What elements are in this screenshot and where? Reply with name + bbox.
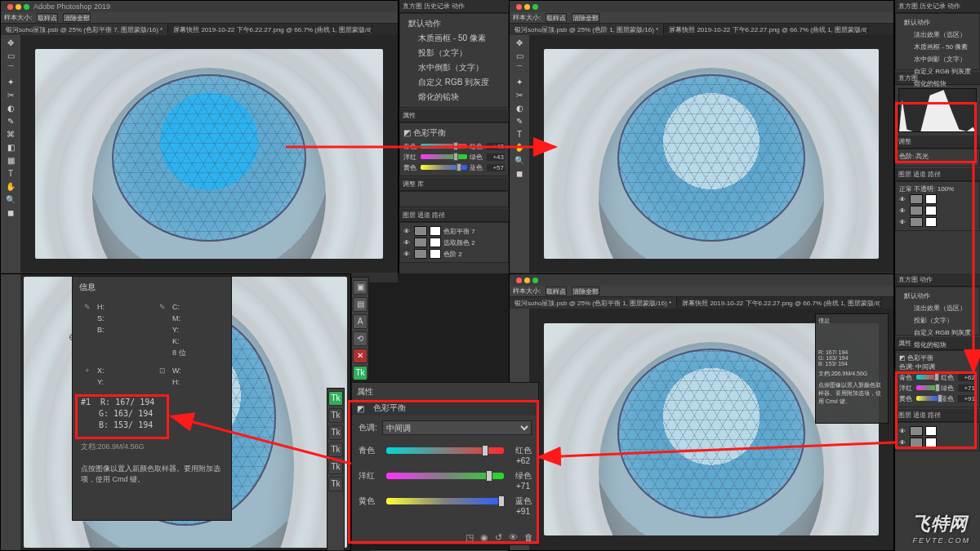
wand-tool[interactable]: ✦ xyxy=(3,76,18,88)
text-tool[interactable]: T xyxy=(3,167,18,180)
tool-palette xyxy=(1,274,20,550)
layers-hdr[interactable]: 图层 通道 路径 xyxy=(399,209,509,222)
sample-r: R: 167/ 194 xyxy=(100,398,154,407)
info-tip: 点按图像以置入新颜色取样器。要用附加选项，使用 Cmd 键。 xyxy=(76,455,228,492)
cb-type: 色彩平衡 xyxy=(373,402,406,414)
cb-val-1: +62 xyxy=(352,456,538,465)
ps-window-right: 样本大小:取样点清除全部 银河soho屋顶.psb @ 25% (色阶 1, 图… xyxy=(509,0,894,273)
tool-palette: ✥ ▭ ⌒ ✦ ✂ ◐ ✎ T ✋ 🔍 ◼ xyxy=(510,35,529,273)
adj-type: 色彩平衡 xyxy=(413,128,446,137)
layers-panel: 👁色彩平衡 7 👁选取颜色 2 👁色阶 2 xyxy=(399,222,509,263)
trash-icon[interactable]: 🗑 xyxy=(524,532,533,543)
properties-hdr[interactable]: 属性 xyxy=(399,109,509,122)
sample-b: B: 153/ 194 xyxy=(81,420,223,432)
action-set[interactable]: 默认动作 xyxy=(403,16,505,31)
app-title: Adobe Photoshop 2019 xyxy=(33,2,110,11)
action-item[interactable]: 木质画框 - 50 像素 xyxy=(403,31,505,46)
eyedropper-tool[interactable]: ◐ xyxy=(3,102,18,114)
opt-clear-all[interactable]: 清除全部 xyxy=(63,13,91,22)
properties-mini-br: ◩ 色彩平衡 色调: 中间调 青色红色+62 洋红绿色+71 黄色蓝色+91 xyxy=(895,350,980,407)
fgbg-swatch[interactable]: ◼ xyxy=(3,207,18,221)
reset-icon[interactable]: ↺ xyxy=(495,532,502,543)
opt-label: 样本大小: xyxy=(4,13,32,22)
doc-tab-2[interactable]: 屏幕快照 2019-10-22 下午6.22.27.png @ 66.7% (曲… xyxy=(677,297,881,309)
window-titlebar: Adobe Photoshop 2019 xyxy=(1,1,398,12)
marquee-tool[interactable]: ▭ xyxy=(3,50,18,62)
document-tabs: 银河soho屋顶.psb @ 25% (色阶 1, 图层蒙版/16) * 屏幕快… xyxy=(510,24,893,35)
actions-mini: 默认动作 淡出效果（选区） 木质画框 - 50 像素 水中倒影（文字） 自定义 … xyxy=(895,13,980,70)
dimensions-icon: ⊡ xyxy=(156,367,169,375)
watermark: 飞特网 FEVTE.COM xyxy=(912,512,970,544)
cb-slider-maggrn[interactable]: 洋红 绿色 xyxy=(352,465,538,482)
cb-slider-yelblu[interactable]: 黄色 蓝色 xyxy=(352,491,538,507)
tone-label: 色调: xyxy=(359,422,377,433)
opt-sample-point[interactable]: 取样点 xyxy=(37,13,58,22)
dome-image-desat xyxy=(544,49,879,258)
svg-marker-0 xyxy=(899,90,976,131)
lasso-tool[interactable]: ⌒ xyxy=(3,63,18,75)
tk-icon[interactable]: Tk xyxy=(328,391,343,406)
move-tool[interactable]: ✥ xyxy=(3,37,18,49)
sampler-readout: #1 R: 167/ 194 G: 163/ 194 B: 153/ 194 xyxy=(81,398,223,432)
cb-footer: ◳ ◉ ↺ 👁 🗑 xyxy=(466,532,533,543)
doc-tab-2[interactable]: 屏幕快照 2019-10-22 下午6.22.27.png @ 66.7% (曲… xyxy=(664,24,868,35)
options-bar: 样本大小:取样点清除全部 xyxy=(510,12,893,24)
hand-tool[interactable]: ✋ xyxy=(3,180,18,193)
minitoolbar-2: Tk TkTk TkTk Tk xyxy=(327,388,345,551)
action-item[interactable]: 自定义 RGB 到灰度 xyxy=(403,75,505,90)
layer-row[interactable]: 👁色阶 2 xyxy=(403,248,505,260)
mini-info-panel: 信息 R: 167/ 194 G: 163/ 194 B: 153/ 194 文… xyxy=(815,313,889,424)
canvas-right[interactable] xyxy=(529,35,893,273)
adjust-row[interactable]: 色阶: 高光 xyxy=(895,149,980,167)
canvas-br[interactable]: 信息 R: 167/ 194 G: 163/ 194 B: 153/ 194 文… xyxy=(529,309,893,550)
cb-val-3: +91 xyxy=(352,507,538,516)
doc-tab-1[interactable]: 银河soho屋顶.psb @ 25% (色阶 1, 图层蒙版/16) * xyxy=(510,24,664,35)
layer-row[interactable]: 👁色彩平衡 7 xyxy=(403,225,505,237)
panels-farright-bottom: 直方图 动作 默认动作 淡出效果（选区） 投影（文字） 自定义 RGB 到灰度 … xyxy=(894,273,980,551)
cb-val-2: +71 xyxy=(352,482,538,491)
cb-icon: ◩ xyxy=(357,404,364,413)
zoom-tool[interactable]: 🔍 xyxy=(3,193,18,206)
history-tab-hdr[interactable]: 直方图 历史记录 动作 xyxy=(399,0,509,13)
tk-icon[interactable]: Tk xyxy=(353,366,368,380)
histogram[interactable] xyxy=(898,88,977,132)
panels-farright-top: 直方图 历史记录 动作 默认动作 淡出效果（选区） 木质画框 - 50 像素 水… xyxy=(894,0,980,273)
visibility-icon[interactable]: 👁 xyxy=(509,532,518,543)
canvas-left[interactable] xyxy=(20,35,398,273)
ps-window-left: Adobe Photoshop 2019 样本大小: 取样点 清除全部 银河so… xyxy=(0,0,399,273)
tone-select[interactable]: 中间调 xyxy=(382,420,532,435)
brush-tool[interactable]: ✎ xyxy=(3,115,18,127)
sample-g: G: 163/ 194 xyxy=(81,409,223,420)
eyedropper-icon: ✎ xyxy=(81,303,94,311)
properties-mini: ◩ 色彩平衡 青色红色+43 洋红绿色+43 黄色蓝色+57 xyxy=(399,122,509,176)
window-titlebar xyxy=(510,1,893,12)
layer-row[interactable]: 👁选取颜色 2 xyxy=(403,237,505,248)
action-item[interactable]: 投影（文字） xyxy=(403,46,505,60)
doc-tab-1[interactable]: 银河soho屋顶.psb @ 25% (色彩平衡 7, 图层蒙版/16) * xyxy=(1,24,168,35)
options-bar: 样本大小: 取样点 清除全部 xyxy=(1,12,398,24)
document-tabs: 银河soho屋顶.psb @ 25% (色彩平衡 7, 图层蒙版/16) * 屏… xyxy=(1,24,398,35)
view-prev-icon[interactable]: ◉ xyxy=(480,532,488,543)
action-item[interactable]: 水中倒影（文字） xyxy=(403,60,505,75)
gradient-tool[interactable]: ▦ xyxy=(3,154,18,167)
doc-tab-1[interactable]: 银河soho屋顶.psb @ 25% (色彩平衡 1, 图层蒙版/16) * xyxy=(510,297,677,309)
crop-tool[interactable]: ✂ xyxy=(3,89,18,101)
layers-mini: 正常 不透明: 100% 👁 👁 👁 xyxy=(895,181,980,231)
move-tool[interactable]: ✥ xyxy=(512,37,527,49)
clip-icon[interactable]: ◳ xyxy=(466,532,474,543)
ps-window-br: 样本大小:取样点清除全部 银河soho屋顶.psb @ 25% (色彩平衡 1,… xyxy=(509,273,894,551)
adjustments-hdr[interactable]: 调整 库 xyxy=(399,178,509,191)
crosshair-icon: + xyxy=(81,367,94,375)
cb-slider-cyred[interactable]: 青色 红色 xyxy=(352,440,538,456)
action-item[interactable]: 熔化的铅块 xyxy=(403,90,505,104)
eyedropper-icon: ✎ xyxy=(156,303,169,311)
center-panels-top: 直方图 历史记录 动作 默认动作 木质画框 - 50 像素 投影（文字） 水中倒… xyxy=(399,0,509,273)
actions-mini: 默认动作 木质画框 - 50 像素 投影（文字） 水中倒影（文字） 自定义 RG… xyxy=(399,13,509,108)
eraser-tool[interactable]: ◧ xyxy=(3,141,18,153)
cb-title: 属性 xyxy=(352,383,538,401)
doc-tab-2[interactable]: 屏幕快照 2019-10-22 下午6.22.27.png @ 66.7% (曲… xyxy=(168,24,372,35)
info-title: 信息 xyxy=(76,280,228,298)
color-balance-panel: 属性 ◩ 色彩平衡 色调: 中间调 青色 红色 +62 洋红 绿色 +71 黄色… xyxy=(351,382,539,545)
clone-tool[interactable]: ⌘ xyxy=(3,128,18,140)
adjust-presets[interactable] xyxy=(399,191,509,207)
